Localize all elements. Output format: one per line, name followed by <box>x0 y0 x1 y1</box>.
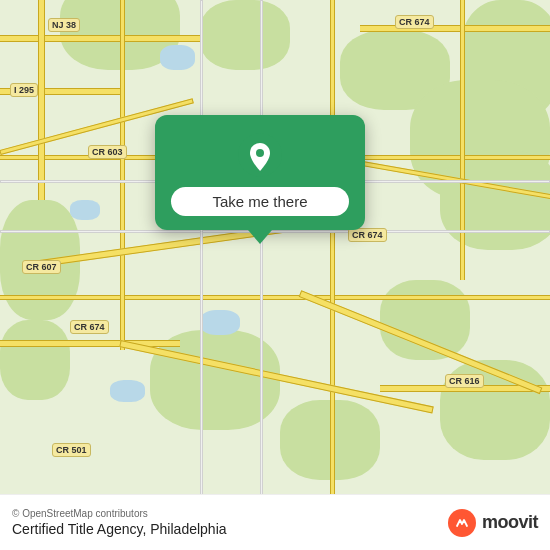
green-area <box>200 0 290 70</box>
road-label-cr674-bot: CR 674 <box>70 320 109 334</box>
road <box>330 0 335 550</box>
road <box>38 0 45 200</box>
map-container: NJ 38 CR 674 CR 603 CR 674 I 295 CR 607 … <box>0 0 550 550</box>
water-body <box>70 200 100 220</box>
road-label-cr674-mid: CR 674 <box>348 228 387 242</box>
green-area <box>0 320 70 400</box>
road-label-cr501: CR 501 <box>52 443 91 457</box>
road-label-i295: I 295 <box>10 83 38 97</box>
minor-road <box>260 0 263 550</box>
road <box>120 0 125 350</box>
green-area <box>440 150 550 250</box>
road-label-nj38: NJ 38 <box>48 18 80 32</box>
road-label-cr616: CR 616 <box>445 374 484 388</box>
road-label-cr607: CR 607 <box>22 260 61 274</box>
road <box>0 295 550 300</box>
minor-road <box>200 0 203 550</box>
popup-card: Take me there <box>155 115 365 230</box>
moovit-logo: moovit <box>448 509 538 537</box>
road <box>360 25 550 32</box>
water-body <box>160 45 195 70</box>
road <box>0 35 200 42</box>
bottom-bar: © OpenStreetMap contributors Certified T… <box>0 494 550 550</box>
road-label-cr603: CR 603 <box>88 145 127 159</box>
osm-credit: © OpenStreetMap contributors <box>12 508 227 519</box>
minor-road <box>0 230 550 233</box>
road <box>460 0 465 280</box>
water-body <box>110 380 145 402</box>
moovit-text: moovit <box>482 512 538 533</box>
bottom-info: © OpenStreetMap contributors Certified T… <box>12 508 227 537</box>
moovit-icon <box>448 509 476 537</box>
svg-point-1 <box>256 149 264 157</box>
take-me-there-button[interactable]: Take me there <box>171 187 349 216</box>
water-body <box>200 310 240 335</box>
road-label-cr674-top: CR 674 <box>395 15 434 29</box>
location-pin-icon <box>238 133 282 177</box>
location-name: Certified Title Agency, Philadelphia <box>12 521 227 537</box>
